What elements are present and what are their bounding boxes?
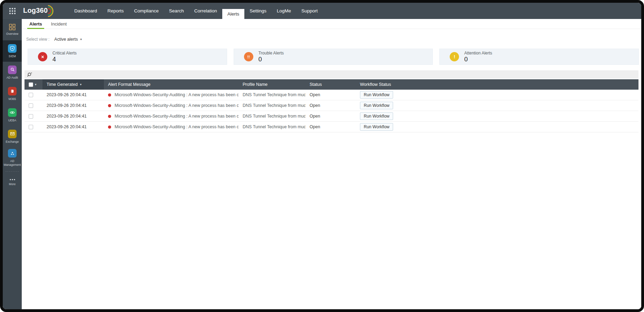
status-cell: Open xyxy=(305,90,356,100)
column-header-profile-name[interactable]: Profile Name xyxy=(238,79,305,90)
logo-arc-icon xyxy=(48,5,55,17)
status-cell: Open xyxy=(305,122,356,132)
empty-area xyxy=(22,132,641,309)
nav-dashboard[interactable]: Dashboard xyxy=(69,3,102,19)
time-generated-cell: 2023-09-26 20:04:41 xyxy=(42,122,104,132)
overview-grid-icon xyxy=(9,24,16,30)
view-dropdown[interactable]: Active alerts ▾ xyxy=(54,37,82,42)
table-search-bar[interactable] xyxy=(25,70,638,79)
select-all-header[interactable]: ▾ xyxy=(25,79,42,90)
sidebar-item-ad-audit[interactable]: AD Audit xyxy=(3,62,22,83)
attention-alerts-card[interactable]: ! Attention Alerts 0 xyxy=(439,49,639,65)
profile-name-cell: DNS Tunnel Technique from mud... xyxy=(238,122,305,132)
nav-settings[interactable]: Settings xyxy=(244,3,272,19)
tab-incident[interactable]: Incident xyxy=(47,19,71,29)
sidebar-label: Overview xyxy=(6,32,18,36)
sidebar-label: Exchange xyxy=(6,140,19,144)
sidebar-label: AD Management xyxy=(3,159,22,167)
logo-text: Log360 xyxy=(23,5,48,16)
sidebar-item-siem[interactable]: SIEM xyxy=(3,40,22,62)
row-checkbox[interactable] xyxy=(29,125,33,129)
row-checkbox[interactable] xyxy=(29,93,33,97)
content-area: Alerts Incident Select view : Active ale… xyxy=(22,19,641,309)
alert-message-cell: Microsoft-Windows-Security-Auditing : A … xyxy=(104,111,238,121)
view-dropdown-value: Active alerts xyxy=(54,37,78,42)
column-header-status[interactable]: Status xyxy=(305,79,356,90)
run-workflow-button[interactable]: Run Workflow xyxy=(360,102,393,109)
card-value: 0 xyxy=(464,56,492,63)
sidebar-item-more[interactable]: More xyxy=(3,172,22,193)
critical-severity-dot-icon xyxy=(108,125,111,129)
critical-severity-dot-icon xyxy=(108,93,111,97)
trouble-alerts-card[interactable]: !! Trouble Alerts 0 xyxy=(234,49,433,65)
card-value: 0 xyxy=(258,56,284,63)
sub-tabs: Alerts Incident xyxy=(22,19,641,29)
nav-correlation[interactable]: Correlation xyxy=(189,3,222,19)
ad-audit-magnifier-icon xyxy=(8,66,17,74)
run-workflow-button[interactable]: Run Workflow xyxy=(360,123,393,131)
time-generated-cell: 2023-09-26 20:04:41 xyxy=(42,111,104,121)
critical-alerts-card[interactable]: × Critical Alerts 4 xyxy=(28,49,227,65)
view-selector-row: Select view : Active alerts ▾ xyxy=(26,37,641,42)
critical-severity-dot-icon xyxy=(108,115,111,118)
more-dots-icon xyxy=(9,179,16,181)
column-header-workflow-status[interactable]: Workflow Status xyxy=(356,79,638,90)
exchange-mail-icon xyxy=(8,130,17,138)
column-header-alert-format-message[interactable]: Alert Format Message xyxy=(104,79,238,90)
log360-logo[interactable]: Log360 xyxy=(23,5,55,17)
ueba-eye-icon xyxy=(8,108,17,117)
sidebar-item-m365[interactable]: M365 xyxy=(3,83,22,104)
alert-message-cell: Microsoft-Windows-Security-Auditing : A … xyxy=(104,122,238,132)
column-header-time-generated[interactable]: Time Generated ▾ xyxy=(42,79,104,90)
m365-icon xyxy=(8,87,17,95)
profile-name-cell: DNS Tunnel Technique from mud... xyxy=(238,100,305,111)
sidebar-label: UEBA xyxy=(8,119,16,122)
alert-message-cell: Microsoft-Windows-Security-Auditing : A … xyxy=(104,90,238,100)
app-window: Log360 Dashboard Reports Compliance Sear… xyxy=(0,0,644,312)
nav-logme[interactable]: LogMe xyxy=(272,3,296,19)
tab-alerts[interactable]: Alerts xyxy=(25,19,47,29)
chevron-down-icon: ▾ xyxy=(80,38,82,41)
nav-search[interactable]: Search xyxy=(164,3,189,19)
row-checkbox[interactable] xyxy=(29,114,33,119)
critical-severity-dot-icon xyxy=(108,104,111,107)
nav-alerts[interactable]: Alerts xyxy=(222,9,245,19)
nav-support[interactable]: Support xyxy=(296,3,323,19)
table-row: 2023-09-26 20:04:41 Microsoft-Windows-Se… xyxy=(25,90,638,100)
card-title: Critical Alerts xyxy=(52,51,77,56)
sidebar-item-ad-management[interactable]: AD Management xyxy=(3,147,22,169)
chevron-down-icon: ▾ xyxy=(35,83,37,86)
main-nav: Dashboard Reports Compliance Search Corr… xyxy=(69,3,323,19)
search-icon[interactable] xyxy=(27,72,33,78)
top-bar: Log360 Dashboard Reports Compliance Sear… xyxy=(3,3,641,19)
profile-name-cell: DNS Tunnel Technique from mud... xyxy=(238,111,305,121)
sidebar-item-overview[interactable]: Overview xyxy=(3,19,22,40)
sidebar: Overview SIEM AD Audit M365 xyxy=(3,19,22,309)
app-grid-icon-glyph xyxy=(9,8,16,14)
card-title: Trouble Alerts xyxy=(258,51,284,56)
ad-management-icon xyxy=(8,149,17,158)
app-grid-icon[interactable] xyxy=(3,8,22,14)
status-cell: Open xyxy=(305,111,356,121)
run-workflow-button[interactable]: Run Workflow xyxy=(360,91,393,99)
critical-x-icon: × xyxy=(38,52,47,61)
table-row: 2023-09-26 20:04:41 Microsoft-Windows-Se… xyxy=(25,111,638,122)
alert-message-cell: Microsoft-Windows-Security-Auditing : A … xyxy=(104,100,238,111)
search-input[interactable] xyxy=(35,70,638,79)
sidebar-item-ueba[interactable]: UEBA xyxy=(3,104,22,126)
sidebar-item-exchange[interactable]: Exchange xyxy=(3,126,22,147)
sidebar-label: More xyxy=(9,182,16,186)
table-row: 2023-09-26 20:04:41 Microsoft-Windows-Se… xyxy=(25,122,638,132)
run-workflow-button[interactable]: Run Workflow xyxy=(360,112,393,120)
profile-name-cell: DNS Tunnel Technique from mud... xyxy=(238,90,305,100)
sidebar-label: M365 xyxy=(9,97,16,101)
nav-compliance[interactable]: Compliance xyxy=(129,3,164,19)
time-generated-cell: 2023-09-26 20:04:41 xyxy=(42,90,104,100)
nav-reports[interactable]: Reports xyxy=(102,3,129,19)
select-all-checkbox[interactable] xyxy=(29,82,33,87)
sort-descending-icon: ▾ xyxy=(80,83,82,86)
row-checkbox[interactable] xyxy=(29,103,33,108)
sidebar-label: SIEM xyxy=(9,54,16,58)
card-title: Attention Alerts xyxy=(464,51,492,56)
card-value: 4 xyxy=(52,56,77,63)
